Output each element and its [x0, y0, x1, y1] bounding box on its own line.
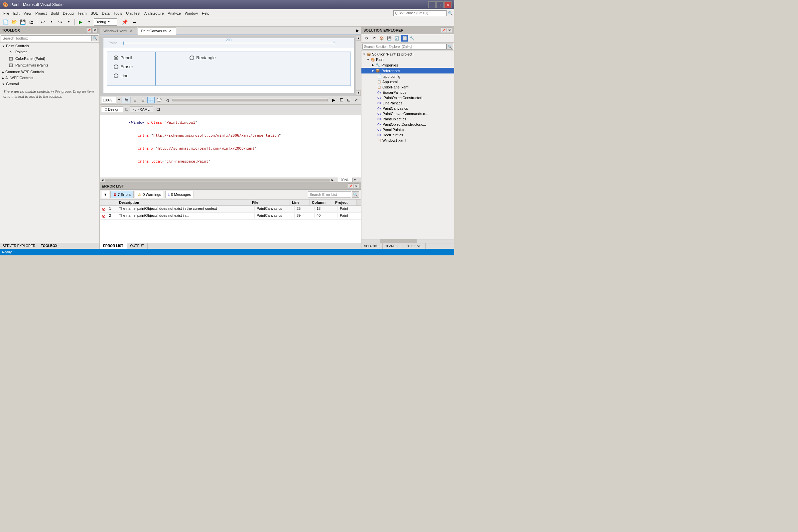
toolbox-auto-hide-button[interactable]: 📌 [86, 27, 92, 33]
toolbox-group-general-header[interactable]: General [0, 81, 99, 87]
save-button[interactable]: 💾 [19, 18, 26, 25]
undo-dropdown[interactable]: ▼ [48, 18, 56, 25]
menu-window[interactable]: Window [183, 11, 200, 16]
sol-item-solution[interactable]: ▼ 📦 Solution 'Paint' (1 project) [361, 52, 454, 57]
tab-paintcanvas-cs[interactable]: PaintCanvas.cs ✕ [138, 27, 176, 35]
zoom-percent-minus-button[interactable]: − [357, 178, 358, 182]
error-col-column[interactable]: Column [310, 200, 333, 206]
designer-hscroll-track[interactable] [173, 99, 328, 101]
redo-dropdown[interactable]: ▼ [65, 18, 73, 25]
error-row-2[interactable]: ⊗ 2 The name 'paintObjects' does not exi… [100, 213, 361, 220]
comment-button[interactable]: 💬 [155, 97, 163, 103]
quick-launch-input[interactable] [393, 10, 446, 16]
sol-item-paint-project[interactable]: ▼ 🎨 Paint [361, 57, 454, 62]
sol-item-app-config[interactable]: 📄 app.config [361, 74, 454, 79]
error-col-project[interactable]: Project [333, 200, 357, 206]
zoom-dropdown-button[interactable]: ▼ [117, 97, 121, 103]
menu-unittest[interactable]: Unit Test [124, 11, 142, 16]
toolbar-extra[interactable]: ▬ [129, 18, 139, 25]
hscroll-track[interactable] [105, 179, 330, 182]
solution-explorer-close-button[interactable]: ✕ [447, 27, 452, 33]
design-view-button[interactable]: □ Design [101, 107, 123, 112]
warnings-filter-button[interactable]: ⚠ 0 Warnings [135, 191, 164, 198]
sol-item-eraserpaint-cs[interactable]: C# EraserPaint.cs [361, 90, 454, 95]
menu-view[interactable]: View [22, 11, 34, 16]
sol-back-button[interactable]: ↺ [370, 35, 378, 41]
solution-bottom-tab[interactable]: SOLUTIO... [361, 243, 383, 249]
grid-snap-button[interactable]: ⊟ [139, 97, 147, 103]
menu-team[interactable]: Team [76, 11, 89, 16]
solution-hscroll[interactable] [361, 239, 454, 243]
save-all-button[interactable]: 🗂 [27, 18, 35, 25]
designer-vscroll[interactable]: ▲ ▼ [356, 35, 361, 96]
menu-project[interactable]: Project [33, 11, 49, 16]
maximize-button[interactable]: □ [436, 1, 443, 8]
class-view-bottom-tab[interactable]: CLASS VI... [404, 243, 425, 249]
error-col-num[interactable] [107, 200, 117, 206]
sol-item-paintcanvas-cs[interactable]: C# PaintCanvas.cs [361, 106, 454, 111]
split-view-button[interactable]: ⧠ [338, 97, 345, 103]
sol-item-pencilpaint-cs[interactable]: C# PencilPaint.cs [361, 127, 454, 132]
collapse-1-icon[interactable]: − [102, 116, 107, 120]
xaml-view-button[interactable]: </> XAML [130, 107, 153, 112]
toolbox-item-pointer[interactable]: ↖ Pointer [0, 49, 99, 55]
error-col-line[interactable]: Line [290, 200, 310, 206]
sol-item-colorpanel-xaml[interactable]: 📋 ColorPanel.xaml [361, 84, 454, 90]
sol-item-properties[interactable]: ▶ 🔧 Properties [361, 62, 454, 68]
sol-item-ipaint-cs[interactable]: C# IPaintObjectConstructorL... [361, 95, 454, 100]
menu-edit[interactable]: Edit [11, 11, 22, 16]
toolbox-group-all-wpf-header[interactable]: All WPF Controls [0, 75, 99, 80]
error-col-file[interactable]: File [250, 200, 290, 206]
menu-help[interactable]: Help [200, 11, 211, 16]
config-dropdown[interactable]: Debug ▼ [94, 18, 117, 25]
sol-item-paintobjectconstructor-cs[interactable]: C# PaintObjectConstructor.c... [361, 122, 454, 127]
sol-home-button[interactable]: 🏠 [378, 35, 385, 41]
menu-tools[interactable]: Tools [112, 11, 125, 16]
wpf-radio-line[interactable]: Line [114, 73, 133, 78]
error-search-input[interactable] [308, 191, 351, 198]
sol-item-linepaint-cs[interactable]: C# LinePaint.cs [361, 100, 454, 106]
sol-save-button[interactable]: 💾 [386, 35, 393, 41]
server-explorer-tab[interactable]: SERVER EXPLORER [0, 243, 38, 249]
error-row-1[interactable]: ⊗ 1 The name 'paintObjects' does not exi… [100, 206, 361, 213]
team-explorer-bottom-tab[interactable]: TEAM EX... [383, 243, 404, 249]
run-dropdown[interactable]: ▼ [85, 18, 93, 25]
sol-properties-button[interactable]: 🔧 [408, 35, 416, 41]
errors-filter-button[interactable]: ⊗ 7 Errors [110, 191, 134, 198]
run-button[interactable]: ▶ [76, 18, 84, 25]
formula-button[interactable]: fx [122, 97, 131, 103]
menu-analyze[interactable]: Analyze [166, 11, 183, 16]
tab-window1-xaml-close-icon[interactable]: ✕ [129, 28, 133, 33]
sol-show-all-button[interactable]: ⬜ [401, 35, 408, 41]
menu-sql[interactable]: SQL [89, 11, 100, 16]
wpf-radio-eraser[interactable]: Eraser [114, 64, 133, 69]
undo-button[interactable]: ↩ [39, 18, 47, 25]
error-panel-auto-hide-button[interactable]: 📌 [348, 184, 353, 189]
hscroll-left-button[interactable]: ◀ [100, 178, 105, 183]
toolbox-search-input[interactable] [1, 35, 92, 41]
sol-item-paintcanvascommands-cs[interactable]: C# PaintCanvasCommands.c... [361, 111, 454, 116]
toolbox-tab[interactable]: TOOLBOX [38, 243, 60, 249]
tab-scroll-right-button[interactable]: ▶ [354, 26, 361, 35]
expand-button[interactable]: ⤢ [353, 97, 360, 103]
minimize-button[interactable]: ─ [428, 1, 436, 8]
new-file-button[interactable]: 📄 [1, 18, 9, 25]
wpf-radio-pencil[interactable]: Pencil [114, 55, 133, 60]
horizontal-split-button[interactable]: ⊟ [345, 97, 353, 103]
pin-button[interactable]: 📌 [121, 18, 129, 25]
quick-launch-search-icon[interactable]: 🔍 [448, 11, 453, 16]
sol-item-references[interactable]: ▶ 📦 References [361, 68, 454, 74]
menu-data[interactable]: Data [100, 11, 111, 16]
zoom-input[interactable] [101, 97, 116, 103]
designer-scroll-right-button[interactable]: ▶ [330, 97, 337, 103]
toolbox-group-paint-controls-header[interactable]: Paint Controls [0, 43, 99, 49]
error-panel-close-button[interactable]: ✕ [354, 184, 359, 189]
sol-item-rectpaint-cs[interactable]: C# RectPaint.cs [361, 132, 454, 138]
menu-debug[interactable]: Debug [61, 11, 75, 16]
vscroll-down-button[interactable]: ▼ [356, 91, 361, 96]
toolbox-search-button[interactable]: 🔍 [92, 35, 98, 41]
error-search-button[interactable]: 🔍 [352, 191, 359, 198]
solution-explorer-auto-hide-button[interactable]: 📌 [441, 27, 446, 33]
error-list-bottom-tab[interactable]: ERROR LIST [100, 243, 127, 249]
error-col-icon[interactable] [100, 200, 107, 206]
